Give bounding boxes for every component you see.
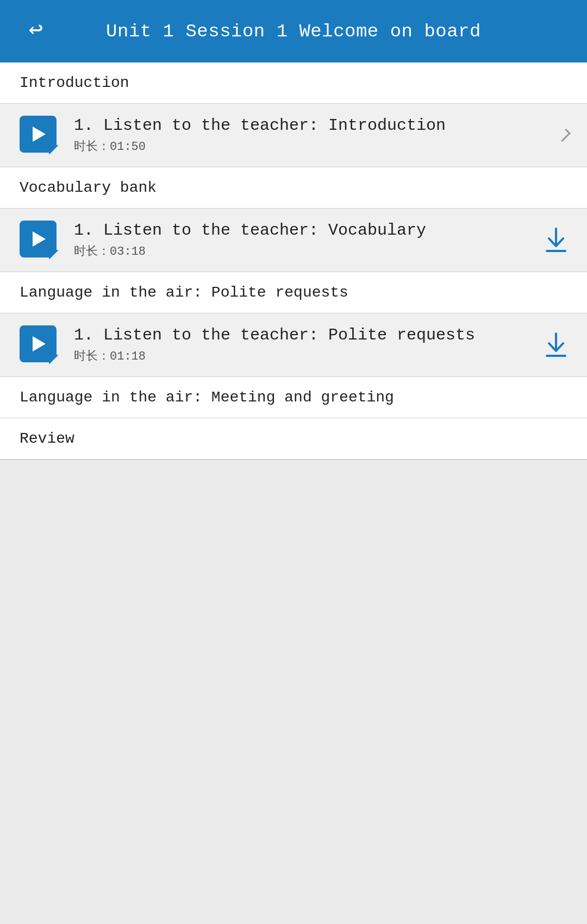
- lesson-icon-intro: [20, 116, 59, 155]
- lesson-title-vocab: 1. Listen to the teacher: Vocabulary: [74, 221, 538, 240]
- back-button[interactable]: ↩: [20, 15, 52, 48]
- lesson-duration-intro: 时长：01:50: [74, 138, 538, 154]
- lesson-duration-polite: 时长：01:18: [74, 348, 538, 364]
- chevron-right-icon: [558, 129, 571, 142]
- section-introduction: Introduction: [0, 62, 587, 104]
- header-title: Unit 1 Session 1 Welcome on board: [52, 21, 567, 42]
- empty-area: [0, 460, 587, 895]
- lesson-item-polite[interactable]: 1. Listen to the teacher: Polite request…: [0, 313, 587, 377]
- lesson-title-polite: 1. Listen to the teacher: Polite request…: [74, 326, 538, 344]
- section-polite: Language in the air: Polite requests: [0, 272, 587, 313]
- lesson-item-intro[interactable]: 1. Listen to the teacher: Introduction 时…: [0, 104, 587, 167]
- lesson-text-intro: 1. Listen to the teacher: Introduction 时…: [74, 116, 538, 154]
- header: ↩ Unit 1 Session 1 Welcome on board: [0, 0, 587, 62]
- lesson-item-vocab[interactable]: 1. Listen to the teacher: Vocabulary 时长：…: [0, 209, 587, 272]
- lesson-action-vocab[interactable]: [538, 228, 567, 253]
- lesson-icon-polite: [20, 325, 59, 364]
- download-icon-polite: [545, 332, 567, 357]
- section-vocabulary: Vocabulary bank: [0, 167, 587, 209]
- lesson-duration-vocab: 时长：03:18: [74, 243, 538, 259]
- lesson-icon-vocab: [20, 221, 59, 260]
- lesson-title-intro: 1. Listen to the teacher: Introduction: [74, 116, 538, 135]
- lesson-text-polite: 1. Listen to the teacher: Polite request…: [74, 326, 538, 364]
- lesson-action-polite[interactable]: [538, 332, 567, 357]
- download-icon-vocab: [545, 228, 567, 253]
- section-review: Review: [0, 418, 587, 460]
- section-meeting: Language in the air: Meeting and greetin…: [0, 377, 587, 418]
- lesson-text-vocab: 1. Listen to the teacher: Vocabulary 时长：…: [74, 221, 538, 259]
- lesson-action-intro[interactable]: [538, 129, 567, 141]
